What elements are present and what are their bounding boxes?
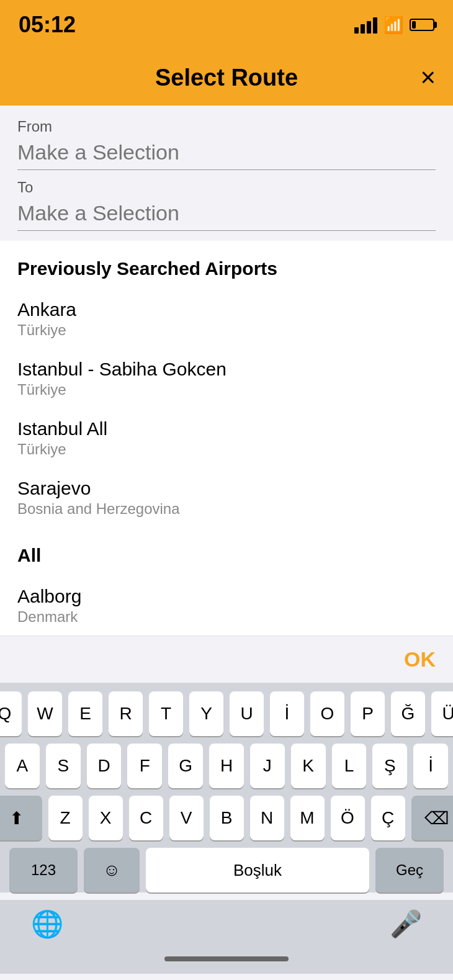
emoji-key[interactable]: ☺ [84, 848, 140, 892]
battery-icon [410, 19, 434, 31]
status-icons: 📶 [354, 16, 434, 35]
key-b[interactable]: B [210, 796, 244, 840]
mic-icon[interactable]: 🎤 [390, 909, 422, 939]
keyboard-row-1: Q W E R T Y U İ O P Ğ Ü [5, 691, 448, 736]
all-section-title: All [17, 528, 436, 576]
key-g[interactable]: G [168, 744, 203, 788]
ok-button[interactable]: OK [404, 647, 436, 672]
wifi-icon: 📶 [383, 16, 403, 35]
from-label: From [17, 118, 436, 135]
key-y[interactable]: Y [189, 691, 223, 736]
key-z[interactable]: Z [48, 796, 83, 840]
key-f[interactable]: F [127, 744, 162, 788]
globe-icon[interactable]: 🌐 [31, 909, 63, 939]
list-item[interactable]: Aalborg Denmark [17, 576, 436, 636]
airport-name: Sarajevo [17, 478, 436, 499]
list-item[interactable]: Sarajevo Bosnia and Herzegovina [17, 468, 436, 528]
backspace-key[interactable]: ⌫ [411, 796, 454, 840]
key-d[interactable]: D [87, 744, 122, 788]
airport-name: Ankara [17, 299, 436, 320]
airport-list: Previously Searched Airports Ankara Türk… [0, 241, 453, 636]
header-title: Select Route [155, 65, 298, 91]
home-indicator [0, 950, 453, 974]
key-g-breve[interactable]: Ğ [391, 691, 425, 736]
key-t[interactable]: T [149, 691, 183, 736]
key-h[interactable]: H [209, 744, 244, 788]
key-s[interactable]: S [46, 744, 81, 788]
airport-country: Türkiye [17, 381, 436, 398]
key-u[interactable]: U [230, 691, 264, 736]
airport-country: Bosnia and Herzegovina [17, 500, 436, 518]
airport-country: Denmark [17, 608, 436, 626]
close-button[interactable]: × [420, 65, 436, 91]
status-bar: 05:12 📶 [0, 0, 453, 50]
header: Select Route × [0, 50, 453, 106]
signal-icon [354, 16, 377, 34]
key-j[interactable]: J [250, 744, 285, 788]
home-bar [164, 956, 289, 961]
status-time: 05:12 [19, 12, 76, 38]
airport-name: Istanbul All [17, 418, 436, 439]
key-s-cedilla[interactable]: Ş [372, 744, 407, 788]
key-c-cedilla[interactable]: Ç [371, 796, 405, 840]
airport-name: Aalborg [17, 586, 436, 607]
keyboard-row-4: 123 ☺ Boşluk Geç [5, 848, 448, 892]
shift-key[interactable]: ⬆ [0, 796, 42, 840]
list-item[interactable]: Istanbul All Türkiye [17, 408, 436, 468]
key-o-umlaut[interactable]: Ö [331, 796, 365, 840]
key-x[interactable]: X [89, 796, 123, 840]
to-label: To [17, 179, 436, 196]
from-input[interactable] [17, 138, 436, 170]
space-key[interactable]: Boşluk [146, 848, 369, 892]
list-item[interactable]: Istanbul - Sabiha Gokcen Türkiye [17, 349, 436, 408]
key-i[interactable]: İ [270, 691, 304, 736]
key-o[interactable]: O [310, 691, 344, 736]
fields-container: From To [0, 106, 453, 241]
key-p[interactable]: P [351, 691, 385, 736]
keyboard: Q W E R T Y U İ O P Ğ Ü A S D F G H J K … [0, 683, 453, 892]
key-u-umlaut[interactable]: Ü [431, 691, 453, 736]
key-l[interactable]: L [332, 744, 367, 788]
key-c[interactable]: C [129, 796, 163, 840]
key-i-dotless[interactable]: İ [413, 744, 448, 788]
key-k[interactable]: K [291, 744, 326, 788]
to-field-group: To [17, 179, 436, 231]
airport-name: Istanbul - Sabiha Gokcen [17, 359, 436, 380]
keyboard-row-3: ⬆ Z X C V B N M Ö Ç ⌫ [5, 796, 448, 840]
key-q[interactable]: Q [0, 691, 22, 736]
key-w[interactable]: W [28, 691, 62, 736]
key-e[interactable]: E [68, 691, 102, 736]
go-key[interactable]: Geç [375, 848, 444, 892]
ok-area: OK [0, 636, 453, 683]
key-m[interactable]: M [290, 796, 325, 840]
to-input[interactable] [17, 199, 436, 231]
keyboard-extras: 🌐 🎤 [0, 900, 453, 950]
key-a[interactable]: A [5, 744, 40, 788]
from-field-group: From [17, 118, 436, 170]
key-n[interactable]: N [250, 796, 284, 840]
keyboard-row-2: A S D F G H J K L Ş İ [5, 744, 448, 788]
previously-searched-title: Previously Searched Airports [17, 241, 436, 289]
num-key[interactable]: 123 [9, 848, 78, 892]
key-v[interactable]: V [169, 796, 204, 840]
airport-country: Türkiye [17, 441, 436, 458]
list-item[interactable]: Ankara Türkiye [17, 289, 436, 349]
airport-country: Türkiye [17, 321, 436, 339]
key-r[interactable]: R [109, 691, 143, 736]
